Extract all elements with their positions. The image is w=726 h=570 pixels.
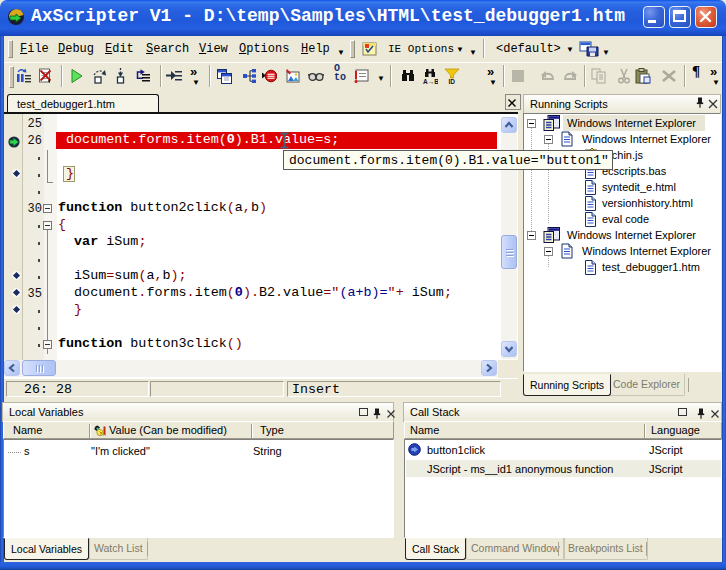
svg-text:A→B: A→B (423, 78, 438, 85)
svg-text:ID: ID (449, 78, 456, 84)
